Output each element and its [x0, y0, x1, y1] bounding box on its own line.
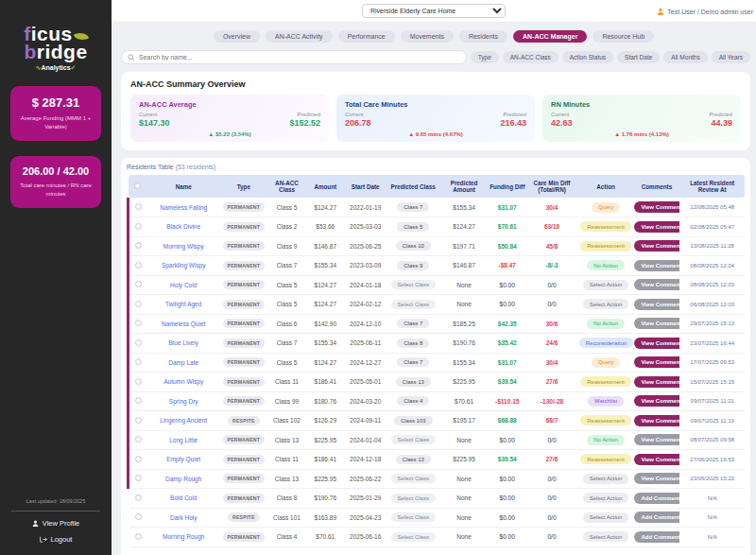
row-checkbox[interactable] [135, 242, 142, 249]
comment-button[interactable]: Add Comment [634, 512, 679, 523]
column-header[interactable]: Funding Diff [489, 175, 525, 198]
predicted-class-select[interactable]: Class 4 [397, 396, 429, 406]
row-checkbox[interactable] [135, 513, 142, 520]
action-select[interactable]: Select Action [583, 280, 629, 290]
resident-name-link[interactable]: Damp Rough [146, 469, 220, 489]
comment-button[interactable]: View Comment [634, 240, 679, 251]
comment-button[interactable]: View Comment [634, 221, 679, 233]
column-header[interactable]: Latest Resident Review At [679, 175, 745, 198]
action-select[interactable]: Select Action [583, 512, 629, 523]
row-checkbox[interactable] [135, 281, 142, 287]
action-select[interactable]: Reassessment [580, 376, 631, 387]
row-checkbox[interactable] [135, 339, 142, 346]
row-checkbox[interactable] [135, 436, 142, 442]
action-select[interactable]: Watchlist [588, 396, 624, 407]
comment-button[interactable]: Add Comment [634, 493, 679, 504]
predicted-class-select[interactable]: Class 7 [397, 202, 429, 212]
comment-button[interactable]: View Comment [634, 473, 679, 484]
predicted-class-select[interactable]: Class 7 [397, 319, 429, 328]
filter-button[interactable]: Start Date [617, 51, 660, 63]
resident-name-link[interactable]: Holy Cold [146, 275, 220, 295]
predicted-class-select[interactable]: Select Class [391, 512, 436, 522]
resident-name-link[interactable]: Nameless Falling [146, 198, 220, 217]
resident-name-link[interactable]: Blue Lively [146, 334, 220, 354]
predicted-class-select[interactable]: Class 8 [397, 338, 429, 348]
predicted-class-select[interactable]: Class 5 [397, 222, 429, 232]
comment-button[interactable]: View Comment [634, 279, 679, 290]
logout-button[interactable]: Logout [0, 535, 112, 544]
predicted-class-select[interactable]: Select Class [391, 280, 436, 289]
row-checkbox[interactable] [135, 494, 142, 501]
column-header[interactable]: Name [146, 175, 220, 198]
resident-name-link[interactable]: Black Divine [146, 217, 220, 237]
action-select[interactable]: Reassessment [580, 241, 631, 251]
comment-button[interactable]: View Comment [634, 434, 679, 445]
action-select[interactable]: Reassessment [580, 454, 631, 464]
resident-name-link[interactable]: Twilight Aged [146, 295, 220, 315]
column-header[interactable]: Predicted Amount [439, 175, 489, 198]
predicted-class-select[interactable]: Class 9 [397, 261, 429, 270]
comment-button[interactable]: View Comment [634, 395, 679, 407]
resident-name-link[interactable]: Morning Rough [146, 528, 220, 547]
column-header[interactable]: AN-ACC Class [266, 175, 306, 198]
action-select[interactable]: Query [592, 357, 620, 368]
row-checkbox[interactable] [135, 262, 142, 269]
nav-tab[interactable]: Residents [459, 30, 507, 43]
action-select[interactable]: Reconsideration [579, 338, 633, 348]
row-checkbox[interactable] [135, 358, 142, 365]
column-header[interactable]: Amount [307, 175, 344, 198]
action-select[interactable]: Select Action [583, 474, 629, 484]
comment-button[interactable]: View Comment [634, 318, 679, 329]
comment-button[interactable]: View Comment [634, 356, 679, 368]
filter-button[interactable]: All Months [663, 51, 707, 63]
predicted-class-select[interactable]: Select Class [391, 532, 436, 542]
resident-name-link[interactable]: Sparkling Wispy [146, 256, 220, 276]
row-checkbox[interactable] [135, 475, 142, 481]
resident-name-link[interactable]: Autumn Wispy [146, 373, 220, 392]
nav-tab[interactable]: Movements [401, 30, 454, 43]
nav-tab[interactable]: AN-ACC Activity [266, 30, 333, 43]
nav-tab[interactable]: AN-ACC Manager [513, 30, 587, 43]
row-checkbox[interactable] [135, 397, 142, 404]
predicted-class-select[interactable]: Select Class [391, 494, 436, 503]
action-select[interactable]: Select Action [583, 493, 629, 503]
comment-button[interactable]: View Comment [634, 201, 679, 213]
predicted-class-select[interactable]: Select Class [391, 474, 436, 483]
action-select[interactable]: Reassessment [580, 415, 631, 425]
resident-name-link[interactable]: Empty Quiet [146, 450, 220, 470]
filter-button[interactable]: All Years [712, 51, 750, 63]
resident-name-link[interactable]: Dark Holy [146, 508, 220, 528]
search-input[interactable] [139, 54, 460, 61]
filter-button[interactable]: Type [471, 51, 499, 63]
filter-button[interactable]: AN-ACC Class [503, 51, 558, 63]
row-checkbox[interactable] [135, 320, 142, 326]
column-header[interactable]: Comments [633, 175, 679, 198]
filter-button[interactable]: Action Status [562, 51, 613, 63]
resident-name-link[interactable]: Nameless Quiet [146, 314, 220, 334]
resident-name-link[interactable]: Spring Dry [146, 391, 220, 411]
predicted-class-select[interactable]: Select Class [391, 300, 436, 309]
nav-tab[interactable]: Overview [214, 30, 260, 43]
row-checkbox[interactable] [135, 417, 142, 424]
select-all-checkbox[interactable] [134, 182, 141, 189]
nav-tab[interactable]: Resource Hub [593, 30, 654, 43]
column-header[interactable]: Predicted Class [387, 175, 439, 198]
comment-button[interactable]: View Comment [634, 338, 679, 349]
predicted-class-select[interactable]: Class 7 [397, 357, 429, 367]
action-select[interactable]: Reassessment [580, 221, 631, 232]
column-header[interactable]: Action [578, 175, 634, 198]
column-header[interactable]: Type [220, 175, 266, 198]
comment-button[interactable]: View Comment [634, 415, 679, 426]
comment-button[interactable]: View Comment [634, 454, 679, 465]
column-header[interactable]: Start Date [344, 175, 387, 198]
action-select[interactable]: Select Action [583, 531, 629, 542]
predicted-class-select[interactable]: Class 13 [396, 377, 431, 387]
action-select[interactable]: No Action [587, 435, 625, 445]
row-checkbox[interactable] [135, 223, 142, 230]
predicted-class-select[interactable]: Class 13 [396, 455, 431, 464]
predicted-class-select[interactable]: Class 103 [394, 416, 433, 425]
action-select[interactable]: Query [592, 202, 620, 213]
comment-button[interactable]: View Comment [634, 299, 679, 310]
resident-name-link[interactable]: Long Little [146, 430, 220, 450]
comment-button[interactable]: View Comment [634, 376, 679, 388]
